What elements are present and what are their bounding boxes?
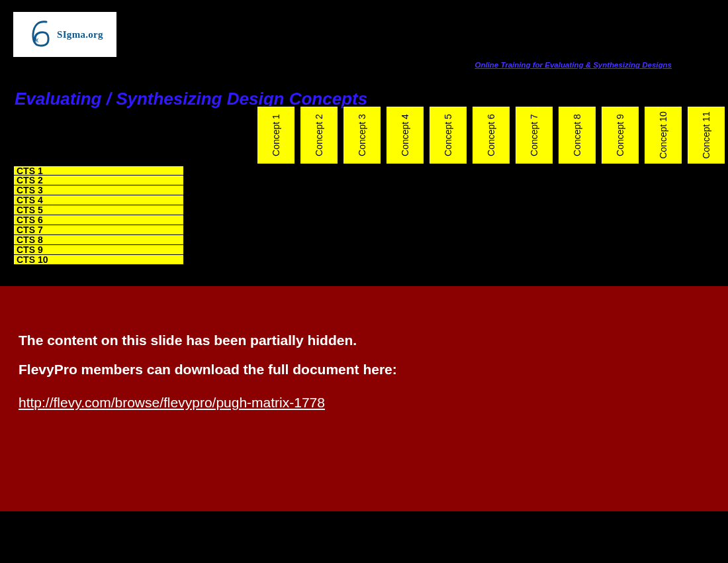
concept-header: Concept 8 [558,106,596,164]
flevy-download-link[interactable]: http://flevy.com/browse/flevypro/pugh-ma… [19,395,325,410]
concept-label: Concept 6 [486,114,496,156]
concepts-header-row: Concept 1 Concept 2 Concept 3 Concept 4 … [257,106,725,164]
cts-row: CTS 7 [13,225,184,235]
logo-ix-text: Ix [34,36,38,44]
online-training-link[interactable]: Online Training for Evaluating & Synthes… [475,61,672,69]
concept-label: Concept 10 [658,111,668,159]
concept-header: Concept 6 [472,106,510,164]
concept-header: Concept 3 [343,106,381,164]
cts-row: CTS 1 [13,166,184,176]
cts-row: CTS 5 [13,205,184,215]
cts-row: CTS 6 [13,215,184,225]
concept-label: Concept 3 [357,114,367,156]
overlay-line-1: The content on this slide has been parti… [19,333,709,348]
concept-label: Concept 8 [572,114,582,156]
concept-label: Concept 4 [400,114,410,156]
concept-label: Concept 2 [314,114,324,156]
logo-box: Ix SIgma.org [13,12,116,57]
hidden-content-overlay: The content on this slide has been parti… [0,286,728,511]
cts-row: CTS 10 [13,255,184,265]
concept-header: Concept 1 [257,106,295,164]
concept-header: Concept 11 [687,106,725,164]
concept-header: Concept 10 [644,106,682,164]
concept-label: Concept 11 [701,111,711,159]
concept-header: Concept 4 [386,106,424,164]
concept-header: Concept 5 [429,106,467,164]
six-sigma-icon: Ix [26,19,53,50]
cts-row: CTS 8 [13,235,184,245]
concept-label: Concept 1 [271,114,281,156]
concept-label: Concept 5 [443,114,453,156]
concept-header: Concept 7 [515,106,553,164]
cts-row: CTS 3 [13,185,184,195]
logo: Ix SIgma.org [26,19,103,50]
logo-text: SIgma.org [57,29,103,40]
overlay-line-2: FlevyPro members can download the full d… [19,362,709,378]
cts-row: CTS 4 [13,195,184,205]
concept-label: Concept 7 [529,114,539,156]
cts-row: CTS 2 [13,176,184,185]
cts-row: CTS 9 [13,245,184,255]
concept-label: Concept 9 [615,114,625,156]
cts-row-headers: CTS 1 CTS 2 CTS 3 CTS 4 CTS 5 CTS 6 CTS … [13,166,184,265]
concept-header: Concept 9 [601,106,639,164]
concept-header: Concept 2 [300,106,338,164]
slide-page: Ix SIgma.org Online Training for Evaluat… [0,0,728,563]
